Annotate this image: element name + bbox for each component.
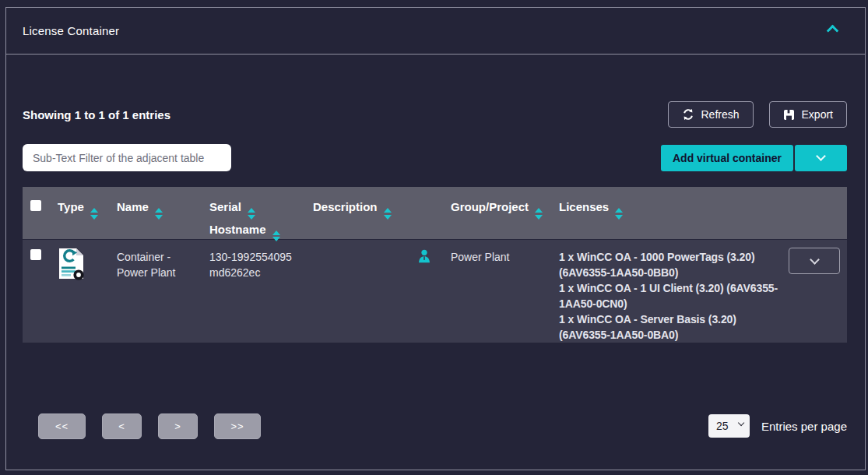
filter-row: Add virtual container [23,144,847,171]
table-actions: Refresh Export [668,101,848,128]
column-header-serial-hostname: Serial Hostname [209,187,313,241]
sort-serial-control[interactable] [248,208,255,220]
serial-value: 130-1992554095 [209,249,313,265]
panel-header: License Container [6,8,865,55]
sort-type-control[interactable] [90,208,98,220]
entries-per-page-group: 25 Entries per page [708,414,847,438]
meta-row: Showing 1 to 1 of 1 entries Refresh [23,101,847,128]
export-label: Export [802,108,833,121]
entries-per-page-label: Entries per page [761,420,847,433]
hostname-value: md6262ec [209,265,313,280]
license-item: 1 x WinCC OA - 1000 PowerTags (3.20) (6A… [559,249,785,280]
serial-hostname-cell: 130-1992554095 md6262ec [209,240,313,343]
chevron-down-icon [810,255,820,265]
licenses-cell: 1 x WinCC OA - 1000 PowerTags (3.20) (6A… [559,240,789,343]
name-cell: Container - Power Plant [117,240,209,343]
type-cell [58,240,117,343]
description-cell [313,240,451,343]
table-header-row: Type Name Serial Hostname Description Gr… [23,187,847,239]
license-container-panel: License Container Showing 1 to 1 of 1 en… [5,7,866,470]
column-header-name: Name [117,187,209,241]
user-icon [418,249,430,263]
first-page-button[interactable]: << [38,413,86,439]
license-item: 1 x WinCC OA - 1 UI Client (3.20) (6AV63… [559,280,785,311]
pagination-row: << < > >> 25 Entries per page [23,413,847,439]
column-header-group-project: Group/Project [451,187,559,241]
refresh-icon [682,108,694,121]
license-item: 1 x WinCC OA - Server Basis (3.20) (6AV6… [559,311,785,343]
pagination-buttons: << < > >> [23,413,261,439]
column-header-description: Description [313,187,451,241]
showing-entries-text: Showing 1 to 1 of 1 entries [23,108,170,121]
collapse-panel-button[interactable] [825,23,840,38]
save-icon [783,109,795,121]
table-filter-input[interactable] [23,144,231,171]
sort-description-control[interactable] [384,208,392,220]
sort-licenses-control[interactable] [615,208,623,220]
add-virtual-container-button[interactable]: Add virtual container [661,145,793,171]
select-all-checkbox[interactable] [30,200,41,211]
table-row: Container - Power Plant 130-1992554095 m… [23,239,847,343]
license-container-table: Type Name Serial Hostname Description Gr… [23,187,847,343]
column-header-type: Type [58,187,117,241]
column-header-licenses: Licenses [559,187,789,241]
refresh-label: Refresh [701,108,740,121]
row-expand-button[interactable] [789,248,840,274]
chevron-up-icon [827,25,839,37]
previous-page-button[interactable]: < [102,413,142,439]
export-button[interactable]: Export [769,101,847,128]
sort-group-project-control[interactable] [535,208,543,220]
last-page-button[interactable]: >> [214,413,261,439]
chevron-down-icon [816,151,826,161]
entries-per-page-select[interactable]: 25 [708,414,750,438]
group-project-cell: Power Plant [451,240,559,343]
refresh-button[interactable]: Refresh [668,101,754,128]
container-document-icon [58,248,86,280]
panel-content: Showing 1 to 1 of 1 entries Refresh [6,55,865,470]
add-container-menu-button[interactable] [795,145,847,171]
row-select-checkbox[interactable] [30,249,41,260]
sort-name-control[interactable] [155,208,163,220]
page-title: License Container [23,24,119,37]
add-container-group: Add virtual container [661,145,847,171]
next-page-button[interactable]: > [158,413,198,439]
